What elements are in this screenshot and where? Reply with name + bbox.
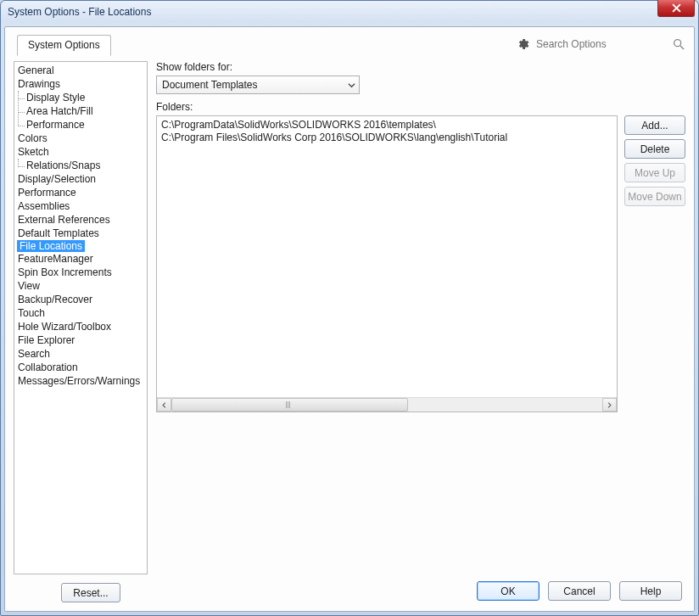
tree-item[interactable]: Drawings xyxy=(14,77,147,91)
tree-item[interactable]: Relations/Snaps xyxy=(23,159,147,172)
titlebar: System Options - File Locations xyxy=(1,1,698,23)
move-up-button[interactable]: Move Up xyxy=(624,163,685,182)
tree-item[interactable]: Touch xyxy=(14,306,147,320)
tree-item[interactable]: Hole Wizard/Toolbox xyxy=(14,320,147,333)
tree-item[interactable]: Assemblies xyxy=(14,199,147,213)
cancel-button[interactable]: Cancel xyxy=(548,581,611,601)
tree-item[interactable]: File Explorer xyxy=(14,333,147,347)
tab-system-options[interactable]: System Options xyxy=(17,35,111,56)
tree-item[interactable]: Sketch xyxy=(14,145,147,159)
folders-label: Folders: xyxy=(156,101,685,113)
help-button[interactable]: Help xyxy=(619,581,682,601)
tree-item[interactable]: Performance xyxy=(14,186,147,199)
tree-item[interactable]: Performance xyxy=(23,118,147,132)
tree-item[interactable]: FeatureManager xyxy=(14,252,147,266)
category-tree[interactable]: GeneralDrawings Display Style Area Hatch… xyxy=(14,61,148,574)
show-folders-label: Show folders for: xyxy=(156,61,685,73)
ok-button[interactable]: OK xyxy=(477,581,540,601)
delete-button[interactable]: Delete xyxy=(624,139,685,159)
close-icon xyxy=(672,3,681,13)
tree-item[interactable]: Backup/Recover xyxy=(14,293,147,306)
tree-item[interactable]: Colors xyxy=(14,132,147,145)
dialog-body: System Options GeneralDrawings Display S… xyxy=(4,26,695,612)
tree-item[interactable]: General xyxy=(14,64,147,77)
tree-item[interactable]: File Locations xyxy=(17,240,85,252)
options-dialog: System Options - File Locations System O… xyxy=(0,0,699,616)
scroll-right-button[interactable] xyxy=(602,398,617,412)
scroll-left-button[interactable] xyxy=(157,398,171,412)
tree-item[interactable]: Display/Selection xyxy=(14,172,147,186)
scroll-thumb[interactable] xyxy=(171,398,408,412)
chevron-down-icon xyxy=(348,81,355,89)
move-down-button[interactable]: Move Down xyxy=(624,187,685,206)
tree-item[interactable]: External References xyxy=(14,213,147,227)
horizontal-scrollbar[interactable] xyxy=(157,397,617,412)
window-title: System Options - File Locations xyxy=(8,6,151,18)
file-locations-panel: Show folders for: Document Templates Fol… xyxy=(156,61,685,574)
tree-item[interactable]: Spin Box Increments xyxy=(14,266,147,279)
list-item[interactable]: C:\Program Files\SolidWorks Corp 2016\SO… xyxy=(161,132,612,144)
tree-item[interactable]: Messages/Errors/Warnings xyxy=(14,374,147,388)
scroll-track[interactable] xyxy=(171,398,602,412)
tree-item[interactable]: View xyxy=(14,279,147,293)
tree-item[interactable]: Area Hatch/Fill xyxy=(23,104,147,118)
folders-listbox[interactable]: C:\ProgramData\SolidWorks\SOLIDWORKS 201… xyxy=(156,115,618,412)
combo-value: Document Templates xyxy=(162,79,258,91)
reset-button[interactable]: Reset... xyxy=(61,583,120,602)
tree-item[interactable]: Display Style xyxy=(23,91,147,104)
tree-item[interactable]: Search xyxy=(14,347,147,361)
list-item[interactable]: C:\ProgramData\SolidWorks\SOLIDWORKS 201… xyxy=(161,119,612,132)
show-folders-combo[interactable]: Document Templates xyxy=(156,76,360,94)
close-button[interactable] xyxy=(657,0,695,17)
tree-item[interactable]: Default Templates xyxy=(14,227,147,240)
tree-item[interactable]: Collaboration xyxy=(14,361,147,374)
add-button[interactable]: Add... xyxy=(624,115,685,135)
